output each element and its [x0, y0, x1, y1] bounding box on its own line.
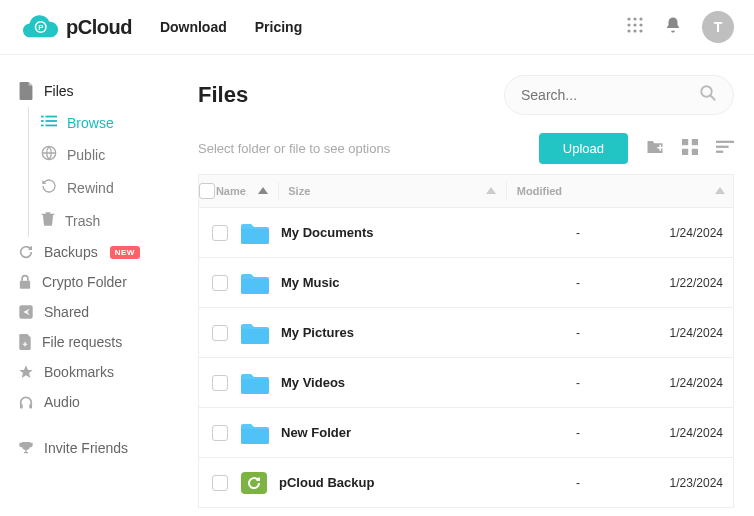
col-name-header[interactable]: Name — [216, 185, 276, 197]
table-row[interactable]: My Videos-1/24/2024 — [198, 358, 734, 408]
sidebar-trash-label: Trash — [65, 213, 100, 229]
row-name: New Folder — [281, 425, 351, 440]
row-checkbox[interactable] — [212, 225, 228, 241]
sidebar-item-browse[interactable]: Browse — [39, 107, 174, 138]
search-icon[interactable] — [699, 84, 717, 106]
sidebar-bookmarks-label: Bookmarks — [44, 364, 114, 380]
row-name: pCloud Backup — [279, 475, 374, 490]
star-icon — [18, 364, 34, 380]
file-icon — [18, 82, 34, 100]
table-row[interactable]: New Folder-1/24/2024 — [198, 408, 734, 458]
row-size: - — [533, 276, 623, 290]
svg-rect-33 — [716, 150, 723, 152]
row-checkbox[interactable] — [212, 425, 228, 441]
logo[interactable]: P pCloud — [20, 13, 132, 41]
toolbar-hint: Select folder or file to see options — [198, 141, 390, 156]
brand-name: pCloud — [66, 16, 132, 39]
rewind-icon — [41, 178, 57, 194]
sidebar-item-backups[interactable]: Backups NEW — [14, 237, 174, 267]
table-row[interactable]: My Music-1/22/2024 — [198, 258, 734, 308]
row-modified: 1/24/2024 — [623, 226, 733, 240]
upload-button[interactable]: Upload — [539, 133, 628, 164]
sidebar-item-public[interactable]: Public — [39, 138, 174, 171]
svg-rect-14 — [41, 125, 44, 127]
search-input[interactable] — [521, 87, 699, 103]
bell-icon[interactable] — [664, 16, 682, 38]
row-name: My Pictures — [281, 325, 354, 340]
svg-rect-13 — [41, 120, 44, 122]
col-modified-header[interactable]: Modified — [509, 185, 733, 197]
svg-point-5 — [639, 17, 642, 20]
svg-rect-19 — [20, 281, 30, 289]
svg-rect-28 — [692, 139, 698, 145]
row-size: - — [533, 476, 623, 490]
row-checkbox[interactable] — [212, 275, 228, 291]
svg-point-7 — [633, 23, 636, 26]
row-checkbox[interactable] — [212, 325, 228, 341]
nav-download[interactable]: Download — [160, 19, 227, 35]
svg-rect-31 — [716, 140, 734, 142]
select-all-checkbox[interactable] — [199, 183, 215, 199]
app-grid-icon[interactable] — [626, 16, 644, 38]
sidebar-item-audio[interactable]: Audio — [14, 387, 174, 417]
table-row[interactable]: My Pictures-1/24/2024 — [198, 308, 734, 358]
sidebar: Files Browse Public Rewind Trash Backups — [0, 55, 180, 516]
globe-icon — [41, 145, 57, 161]
trash-icon — [41, 211, 55, 227]
svg-rect-29 — [682, 148, 688, 154]
search-box[interactable] — [504, 75, 734, 115]
svg-rect-27 — [682, 139, 688, 145]
sidebar-item-trash[interactable]: Trash — [39, 204, 174, 237]
sidebar-backups-label: Backups — [44, 244, 98, 260]
nav-pricing[interactable]: Pricing — [255, 19, 302, 35]
main-panel: Files Select folder or file to see optio… — [180, 55, 754, 516]
row-name: My Music — [281, 275, 340, 290]
sort-asc-icon — [258, 185, 268, 197]
svg-point-9 — [627, 29, 630, 32]
sidebar-item-bookmarks[interactable]: Bookmarks — [14, 357, 174, 387]
row-size: - — [533, 326, 623, 340]
toolbar: Select folder or file to see options Upl… — [198, 133, 734, 164]
sidebar-item-rewind[interactable]: Rewind — [39, 171, 174, 204]
svg-line-24 — [710, 95, 715, 100]
row-checkbox[interactable] — [212, 375, 228, 391]
row-modified: 1/24/2024 — [623, 426, 733, 440]
new-folder-icon[interactable] — [646, 139, 664, 159]
sidebar-item-file-requests[interactable]: File requests — [14, 327, 174, 357]
row-modified: 1/23/2024 — [623, 476, 733, 490]
sort-icon[interactable] — [716, 140, 734, 158]
folder-icon — [241, 372, 269, 394]
sidebar-item-crypto[interactable]: Crypto Folder — [14, 267, 174, 297]
sidebar-item-invite[interactable]: Invite Friends — [14, 433, 174, 463]
app-header: P pCloud Download Pricing T — [0, 0, 754, 55]
svg-point-11 — [639, 29, 642, 32]
table-row[interactable]: My Documents-1/24/2024 — [198, 208, 734, 258]
sidebar-item-shared[interactable]: Shared — [14, 297, 174, 327]
svg-rect-16 — [45, 120, 57, 122]
sidebar-invite-label: Invite Friends — [44, 440, 128, 456]
row-checkbox[interactable] — [212, 475, 228, 491]
sidebar-item-files[interactable]: Files — [14, 75, 174, 107]
svg-point-3 — [627, 17, 630, 20]
svg-rect-17 — [45, 125, 57, 127]
table-row[interactable]: pCloud Backup-1/23/2024 — [198, 458, 734, 508]
svg-rect-30 — [692, 148, 698, 154]
backup-icon — [18, 244, 34, 260]
avatar[interactable]: T — [702, 11, 734, 43]
lock-icon — [18, 274, 32, 290]
svg-rect-22 — [29, 404, 32, 409]
headphones-icon — [18, 394, 34, 410]
trophy-icon — [18, 440, 34, 456]
row-modified: 1/22/2024 — [623, 276, 733, 290]
col-size-header[interactable]: Size — [280, 185, 504, 197]
folder-icon — [241, 422, 269, 444]
page-title: Files — [198, 82, 248, 108]
row-size: - — [533, 376, 623, 390]
svg-rect-12 — [41, 116, 44, 118]
svg-point-4 — [633, 17, 636, 20]
sidebar-rewind-label: Rewind — [67, 180, 114, 196]
svg-point-8 — [639, 23, 642, 26]
grid-view-icon[interactable] — [682, 139, 698, 159]
sort-asc-icon — [715, 187, 725, 195]
svg-rect-15 — [45, 116, 57, 118]
